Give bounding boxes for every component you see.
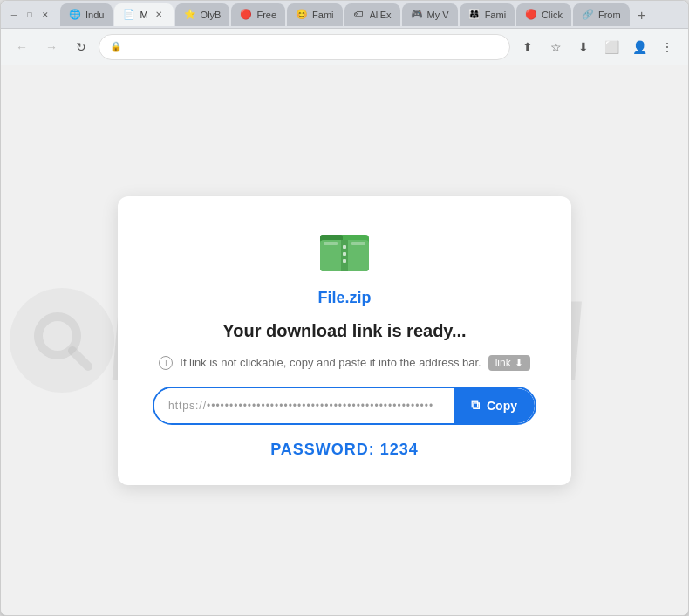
tab-favicon-fami: 😊 bbox=[296, 9, 308, 21]
tab-label-myv: My V bbox=[427, 10, 449, 20]
reload-button[interactable]: ↻ bbox=[69, 35, 93, 59]
tab-label-fami: Fami bbox=[312, 10, 333, 20]
download-card: File.zip Your download link is ready... … bbox=[118, 196, 571, 485]
bookmark-button[interactable]: ☆ bbox=[543, 35, 568, 59]
download-button[interactable]: ⬇ bbox=[571, 35, 596, 59]
toolbar-actions: ⬆ ☆ ⬇ ⬜ 👤 ⋮ bbox=[515, 35, 679, 59]
file-icon-wrap bbox=[317, 222, 372, 278]
browser-window: ─ □ ✕ 🌐 Indu 📄 M ✕ ⭐ OlyB 🔴 Free bbox=[0, 0, 689, 616]
tab-label-from: From bbox=[598, 10, 621, 20]
tab-favicon-fami2: 👨‍👩‍👧 bbox=[468, 9, 481, 21]
bookmark-icon: ☆ bbox=[550, 40, 562, 54]
hint-row: i If link is not clickable, copy and pas… bbox=[159, 355, 529, 371]
tab-icon: ⬜ bbox=[604, 40, 619, 54]
tab-click[interactable]: 🔴 Click bbox=[516, 3, 571, 26]
download-icon: ⬇ bbox=[578, 40, 589, 54]
reload-icon: ↻ bbox=[76, 40, 86, 54]
tab-favicon-from: 🔗 bbox=[582, 9, 594, 21]
tab-fami[interactable]: 😊 Fami bbox=[287, 3, 342, 26]
svg-rect-9 bbox=[324, 242, 338, 245]
tab-label-active: M bbox=[140, 10, 147, 20]
hint-link-button[interactable]: link ⬇ bbox=[488, 355, 530, 371]
forward-button[interactable]: → bbox=[39, 35, 64, 59]
window-controls: ─ □ ✕ bbox=[8, 9, 51, 21]
copy-button-label: Copy bbox=[487, 399, 517, 413]
tab-favicon-active: 📄 bbox=[123, 9, 135, 21]
copy-icon: ⧉ bbox=[471, 398, 480, 413]
copy-button[interactable]: ⧉ Copy bbox=[454, 388, 535, 423]
tab-olyb[interactable]: ⭐ OlyB bbox=[175, 3, 230, 26]
tab-favicon-indu: 🌐 bbox=[69, 9, 81, 21]
address-bar[interactable]: 🔒 bbox=[99, 34, 510, 60]
hint-text: If link is not clickable, copy and paste… bbox=[180, 356, 481, 369]
back-icon: ← bbox=[16, 40, 28, 54]
tab-fami2[interactable]: 👨‍👩‍👧 Fami bbox=[460, 3, 515, 26]
tabs-bar: 🌐 Indu 📄 M ✕ ⭐ OlyB 🔴 Free 😊 Fami 🏷 bbox=[60, 3, 681, 26]
svg-rect-10 bbox=[351, 242, 365, 245]
menu-button[interactable]: ⋮ bbox=[655, 35, 679, 59]
forward-icon: → bbox=[45, 40, 58, 54]
tab-close-button[interactable]: ✕ bbox=[153, 9, 165, 21]
tab-from[interactable]: 🔗 From bbox=[573, 3, 630, 26]
svg-rect-6 bbox=[343, 245, 346, 249]
page-content: IBM.COM bbox=[1, 65, 688, 615]
file-icon bbox=[317, 222, 372, 278]
file-name-link[interactable]: File.zip bbox=[317, 289, 371, 307]
close-button[interactable]: ✕ bbox=[39, 9, 51, 21]
share-button[interactable]: ⬆ bbox=[515, 35, 540, 59]
tab-favicon-click: 🔴 bbox=[525, 9, 537, 21]
password-label: PASSWORD: 1234 bbox=[270, 441, 419, 459]
menu-icon: ⋮ bbox=[661, 40, 673, 54]
maximize-button[interactable]: □ bbox=[24, 9, 36, 21]
hint-link-label: link bbox=[495, 357, 511, 369]
svg-rect-8 bbox=[343, 259, 346, 263]
toolbar: ← → ↻ 🔒 ⬆ ☆ ⬇ ⬜ 👤 bbox=[1, 29, 688, 65]
tab-favicon-olyb: ⭐ bbox=[184, 9, 196, 21]
profile-button[interactable]: 👤 bbox=[627, 35, 651, 59]
new-tab-button[interactable]: + bbox=[631, 5, 652, 26]
back-button[interactable]: ← bbox=[10, 35, 34, 59]
info-icon: i bbox=[159, 356, 173, 370]
profile-icon: 👤 bbox=[632, 40, 647, 54]
tab-aliex[interactable]: 🏷 AliEx bbox=[344, 3, 400, 26]
svg-rect-7 bbox=[343, 252, 346, 256]
tab-free[interactable]: 🔴 Free bbox=[231, 3, 285, 26]
hint-link-download-icon: ⬇ bbox=[515, 357, 523, 369]
share-icon: ⬆ bbox=[522, 40, 533, 54]
tab-favicon-free: 🔴 bbox=[240, 9, 252, 21]
tab-label-olyb: OlyB bbox=[201, 10, 222, 20]
link-input[interactable] bbox=[154, 388, 454, 423]
tab-myv[interactable]: 🎮 My V bbox=[402, 3, 458, 26]
download-headline: Your download link is ready... bbox=[222, 321, 466, 341]
tab-label-free: Free bbox=[256, 10, 276, 20]
tab-label-click: Click bbox=[542, 10, 563, 20]
tab-favicon-aliex: 🏷 bbox=[353, 9, 365, 21]
tab-label-indu: Indu bbox=[85, 10, 104, 20]
tab-favicon-myv: 🎮 bbox=[411, 9, 423, 21]
lock-icon: 🔒 bbox=[110, 41, 122, 52]
watermark-magnifier bbox=[10, 288, 114, 393]
tab-indu[interactable]: 🌐 Indu bbox=[60, 3, 113, 26]
link-input-row: ⧉ Copy bbox=[153, 387, 536, 425]
magnifier-icon bbox=[27, 305, 97, 375]
minimize-button[interactable]: ─ bbox=[8, 9, 20, 21]
title-bar: ─ □ ✕ 🌐 Indu 📄 M ✕ ⭐ OlyB 🔴 Free bbox=[1, 1, 688, 29]
tab-view-button[interactable]: ⬜ bbox=[599, 35, 624, 59]
tab-label-aliex: AliEx bbox=[370, 10, 392, 20]
tab-active[interactable]: 📄 M ✕ bbox=[114, 3, 173, 26]
tab-label-fami2: Fami bbox=[485, 10, 506, 20]
svg-line-1 bbox=[72, 351, 88, 366]
